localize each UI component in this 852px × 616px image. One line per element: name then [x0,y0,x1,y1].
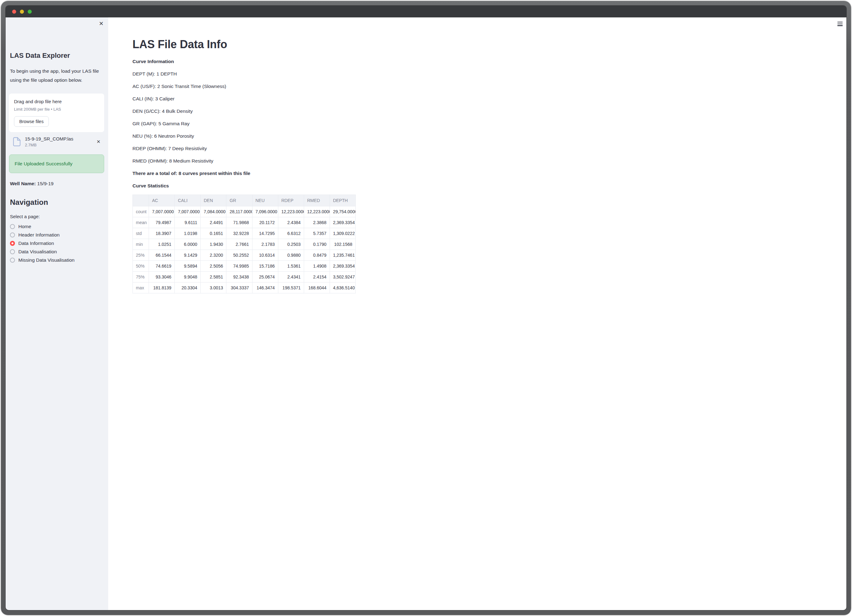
table-cell: 12,223.0000 [278,206,304,217]
table-cell: 5.7357 [304,228,329,239]
curve-statistics-heading: Curve Statistics [133,182,357,190]
radio-icon[interactable] [10,258,15,263]
table-cell: 146.3474 [252,283,278,294]
table-cell: 168.6044 [304,283,329,294]
table-cell: 18.3907 [149,228,175,239]
app-body: ✕ LAS Data Explorer To begin using the a… [6,17,426,308]
well-name-value: 15/9-19 [36,181,53,186]
uploaded-file-meta: 15-9-19_SR_COMP.las 2.7MB [25,136,91,147]
sidebar-title: LAS Data Explorer [10,51,104,60]
table-cell: 79.4987 [149,217,175,228]
curve-line: CALI (IN): 3 Caliper [133,95,357,102]
table-cell: 1.5361 [278,261,304,272]
table-cell: 9.6111 [175,217,201,228]
table-cell: 10.6314 [252,250,278,261]
curve-line: RMED (OHMM): 8 Medium Resistivity [133,157,357,165]
curve-list: DEPT (M): 1 DEPTHAC (US/F): 2 Sonic Tran… [133,70,357,165]
table-column-header: NEU [252,195,278,206]
table-cell: 2.4491 [201,217,227,228]
table-row: std18.39071.01980.165132.922814.72956.63… [133,228,356,239]
remove-file-icon[interactable]: ✕ [95,138,102,145]
table-cell: 2.4154 [304,272,329,283]
table-column-header: CALI [175,195,201,206]
table-row: 25%66.15449.14292.320050.255210.63140.98… [133,250,356,261]
curve-stats-dataframe[interactable]: ACCALIDENGRNEURDEPRMEDDEPTH count7,007.0… [133,194,357,294]
table-corner-cell [133,195,149,206]
nav-option-label: Data Visualisation [18,249,57,255]
curve-line: DEN (G/CC): 4 Bulk Density [133,107,357,115]
radio-icon[interactable] [10,224,15,229]
table-cell: 1.0251 [149,239,175,250]
table-column-header: GR [227,195,252,206]
file-uploader-dropzone[interactable]: Drag and drop file here Limit 200MB per … [9,93,104,132]
table-cell: 9.1429 [175,250,201,261]
success-alert: File Uploaded Successfully [9,154,104,173]
table-row: 75%93.30469.90482.585192.343825.06742.43… [133,272,356,283]
nav-option-home[interactable]: Home [10,224,104,229]
nav-option-data-information[interactable]: Data Information [10,241,104,246]
minimize-window-button[interactable] [20,10,24,14]
table-cell: 2.4384 [278,217,304,228]
app-window: ✕ LAS Data Explorer To begin using the a… [6,6,426,308]
table-cell: 32.9228 [227,228,252,239]
nav-option-data-visualisation[interactable]: Data Visualisation [10,249,104,255]
zoom-window-button[interactable] [28,10,32,14]
nav-option-header-information[interactable]: Header Information [10,232,104,238]
curve-line: AC (US/F): 2 Sonic Transit Time (Slownes… [133,83,357,90]
nav-option-label: Missing Data Visualisation [18,258,75,263]
table-column-header: DEN [201,195,227,206]
table-cell: 7,007.0000 [149,206,175,217]
table-row-label: 50% [133,261,149,272]
curve-stats-table: ACCALIDENGRNEURDEPRMEDDEPTH count7,007.0… [133,194,356,294]
radio-icon[interactable] [10,232,15,238]
table-cell: 1,235.7461 [329,250,355,261]
table-cell: 102.1568 [329,239,355,250]
table-column-header: RMED [304,195,329,206]
window-frame: ✕ LAS Data Explorer To begin using the a… [1,1,426,308]
table-column-header: AC [149,195,175,206]
file-icon [13,137,21,146]
uploaded-file-size: 2.7MB [25,143,91,147]
window-titlebar [6,6,426,17]
table-cell: 2.1783 [252,239,278,250]
table-cell: 304.3337 [227,283,252,294]
table-cell: 3.0013 [201,283,227,294]
table-cell: 2.5056 [201,261,227,272]
table-cell: 3,502.9247 [329,272,355,283]
table-row: max181.813920.33043.0013304.3337146.3474… [133,283,356,294]
table-header: ACCALIDENGRNEURDEPRMEDDEPTH [133,195,356,206]
nav-option-missing-data-visualisation[interactable]: Missing Data Visualisation [10,258,104,263]
main-content: LAS File Data Info Curve Information DEP… [108,17,426,308]
curve-information-heading: Curve Information [133,58,357,65]
browse-files-button[interactable]: Browse files [14,116,49,127]
table-cell: 71.9868 [227,217,252,228]
table-cell: 0.2503 [278,239,304,250]
select-page-label: Select a page: [10,214,104,219]
radio-icon[interactable] [10,241,15,246]
well-name-line: Well Name: 15/9-19 [10,181,104,187]
table-cell: 7,084.0000 [201,206,227,217]
table-cell: 25.0674 [252,272,278,283]
table-cell: 74.6619 [149,261,175,272]
table-cell: 14.7295 [252,228,278,239]
dropzone-limit-text: Limit 200MB per file • LAS [14,107,99,111]
table-cell: 2,369.3354 [329,261,355,272]
table-cell: 2.7661 [227,239,252,250]
curve-line: RDEP (OHMM): 7 Deep Resistivity [133,145,357,152]
table-row-label: max [133,283,149,294]
radio-icon[interactable] [10,249,15,254]
close-window-button[interactable] [12,10,16,14]
curve-line: NEU (%): 6 Neutron Porosity [133,133,357,140]
sidebar: ✕ LAS Data Explorer To begin using the a… [6,17,108,308]
table-row: 50%74.66199.58942.505674.998515.71861.53… [133,261,356,272]
table-cell: 6.6312 [278,228,304,239]
curve-line: DEPT (M): 1 DEPTH [133,70,357,78]
table-row-label: count [133,206,149,217]
table-cell: 2.3868 [304,217,329,228]
table-cell: 7,007.0000 [175,206,201,217]
table-row: mean79.49879.61112.449171.986820.11722.4… [133,217,356,228]
sidebar-close-icon[interactable]: ✕ [99,21,104,26]
table-cell: 12,223.0000 [304,206,329,217]
table-row-label: 75% [133,272,149,283]
well-name-label: Well Name: [10,181,36,186]
